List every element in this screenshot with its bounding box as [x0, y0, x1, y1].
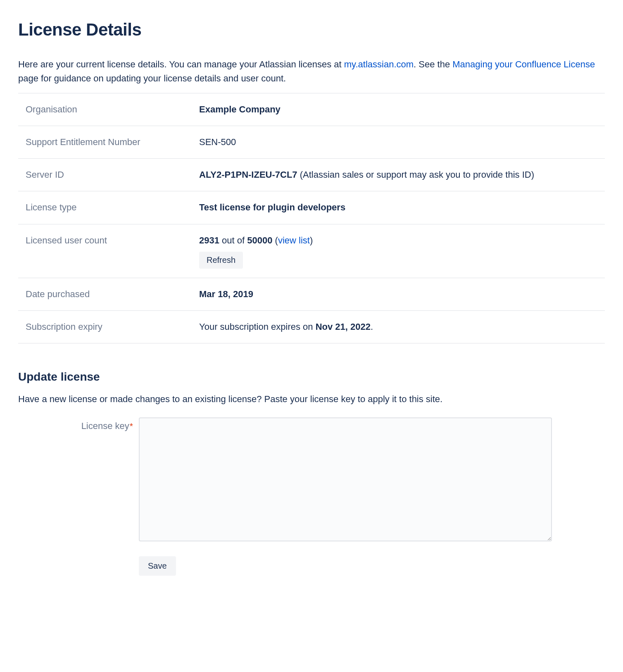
date-purchased-label: Date purchased: [18, 278, 192, 310]
expiry-value: Your subscription expires on Nov 21, 202…: [192, 310, 605, 343]
license-key-label: License key: [81, 421, 129, 431]
org-value: Example Company: [192, 93, 605, 126]
license-details-table: Organisation Example Company Support Ent…: [18, 93, 605, 343]
update-license-title: Update license: [18, 368, 605, 386]
license-key-input[interactable]: [139, 417, 552, 541]
page-title: License Details: [18, 17, 605, 43]
sen-value: SEN-500: [192, 126, 605, 159]
license-type-value: Test license for plugin developers: [192, 191, 605, 224]
license-details-page: License Details Here are your current li…: [18, 17, 605, 576]
expiry-date: Nov 21, 2022: [316, 322, 371, 332]
sen-label: Support Entitlement Number: [18, 126, 192, 159]
date-purchased-value: Mar 18, 2019: [192, 278, 605, 310]
user-count-label: Licensed user count: [18, 224, 192, 278]
managing-license-link[interactable]: Managing your Confluence License: [452, 59, 595, 69]
user-count-current: 2931: [199, 235, 219, 245]
user-count-max: 50000: [247, 235, 272, 245]
license-key-row: License key*: [18, 417, 605, 545]
intro-paragraph: Here are your current license details. Y…: [18, 57, 605, 86]
row-date-purchased: Date purchased Mar 18, 2019: [18, 278, 605, 310]
server-id-label: Server ID: [18, 159, 192, 191]
intro-text-prefix: Here are your current license details. Y…: [18, 59, 344, 69]
row-sen: Support Entitlement Number SEN-500: [18, 126, 605, 159]
row-subscription-expiry: Subscription expiry Your subscription ex…: [18, 310, 605, 343]
user-count-value: 2931 out of 50000 (view list) Refresh: [192, 224, 605, 278]
row-organisation: Organisation Example Company: [18, 93, 605, 126]
save-row: Save: [139, 556, 605, 576]
my-atlassian-link[interactable]: my.atlassian.com: [344, 59, 414, 69]
refresh-button[interactable]: Refresh: [199, 252, 243, 269]
row-server-id: Server ID ALY2-P1PN-IZEU-7CL7 (Atlassian…: [18, 159, 605, 191]
intro-text-mid: . See the: [414, 59, 452, 69]
expiry-label: Subscription expiry: [18, 310, 192, 343]
org-label: Organisation: [18, 93, 192, 126]
server-id-value: ALY2-P1PN-IZEU-7CL7 (Atlassian sales or …: [192, 159, 605, 191]
license-type-label: License type: [18, 191, 192, 224]
row-license-type: License type Test license for plugin dev…: [18, 191, 605, 224]
view-list-link[interactable]: view list: [278, 235, 310, 245]
required-indicator: *: [130, 421, 133, 431]
update-license-desc: Have a new license or made changes to an…: [18, 392, 605, 406]
intro-text-suffix: page for guidance on updating your licen…: [18, 73, 286, 83]
row-user-count: Licensed user count 2931 out of 50000 (v…: [18, 224, 605, 278]
save-button[interactable]: Save: [139, 556, 176, 576]
